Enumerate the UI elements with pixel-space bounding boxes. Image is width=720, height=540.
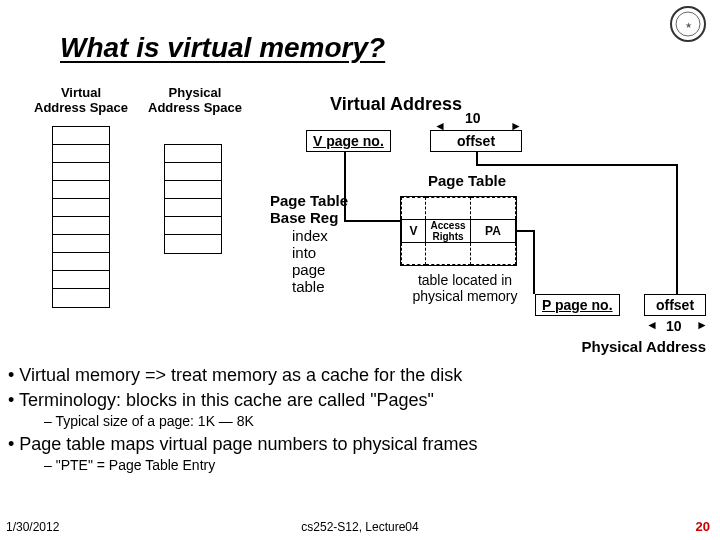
connector-line — [533, 230, 535, 294]
vas-label: Virtual Address Space — [26, 85, 136, 115]
pt-col-access: Access Rights — [426, 220, 471, 243]
connector-line — [476, 152, 478, 164]
sub-bullet-2: – "PTE" = Page Table Entry — [44, 457, 708, 475]
arrow-right-icon: ► — [696, 318, 708, 332]
arrow-left-icon: ◄ — [646, 318, 658, 332]
vas-diagram — [52, 126, 110, 308]
connector-line — [344, 220, 400, 222]
ten2-label: 10 — [666, 318, 682, 334]
ppage-box: P page no. — [535, 294, 620, 316]
seal-logo: ★ — [670, 6, 706, 42]
arrow-left-icon: ◄ — [434, 119, 446, 133]
pt-col-pa: PA — [471, 220, 516, 243]
ptbr-line2: Base Reg — [270, 209, 348, 226]
connector-line — [515, 230, 535, 232]
connector-line — [344, 152, 346, 220]
connector-line — [676, 164, 678, 294]
sub-bullet-1: – Typical size of a page: 1K — 8K — [44, 413, 708, 431]
slide-title: What is virtual memory? — [60, 32, 385, 64]
bullet-1: • Virtual memory => treat memory as a ca… — [8, 364, 708, 387]
svg-text:★: ★ — [685, 21, 692, 30]
physical-address-label: Physical Address — [581, 338, 706, 355]
footer-date: 1/30/2012 — [6, 520, 59, 534]
page-table-grid: V Access Rights PA — [400, 196, 517, 266]
page-table-base-reg: Page Table Base Reg index into page tabl… — [270, 192, 348, 296]
pt-col-v: V — [402, 220, 426, 243]
bullet-2: • Terminology: blocks in this cache are … — [8, 389, 708, 412]
page-table-title: Page Table — [428, 172, 506, 189]
virtual-address-title: Virtual Address — [330, 94, 462, 115]
bullet-list: • Virtual memory => treat memory as a ca… — [8, 364, 708, 477]
offset2-box: offset — [644, 294, 706, 316]
pas-label: Physical Address Space — [140, 85, 250, 115]
vpage-box: V page no. — [306, 130, 391, 152]
connector-line — [476, 164, 676, 166]
page-table-note: table located in physical memory — [400, 272, 530, 304]
pas-diagram — [164, 144, 222, 254]
arrow-right-icon: ► — [510, 119, 522, 133]
ten-label: 10 — [465, 110, 481, 126]
footer-course: cs252-S12, Lecture04 — [301, 520, 418, 534]
offset-box: offset — [430, 130, 522, 152]
bullet-3: • Page table maps virtual page numbers t… — [8, 433, 708, 456]
slide-number: 20 — [696, 519, 710, 534]
ptbr-line1: Page Table — [270, 192, 348, 209]
index-label: index into page table — [292, 227, 348, 296]
